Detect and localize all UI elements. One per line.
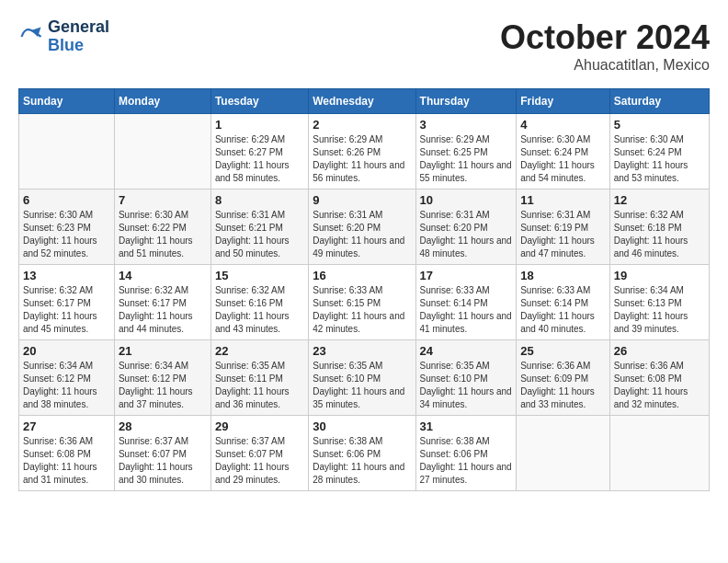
day-cell [114,114,210,190]
day-info: Sunrise: 6:35 AM Sunset: 6:10 PM Dayligh… [420,360,513,411]
day-cell: 27Sunrise: 6:36 AM Sunset: 6:08 PM Dayli… [19,416,115,491]
day-cell: 17Sunrise: 6:33 AM Sunset: 6:14 PM Dayli… [415,265,517,340]
day-cell: 23Sunrise: 6:35 AM Sunset: 6:10 PM Dayli… [309,340,415,416]
day-number: 3 [420,118,513,132]
header-cell-friday: Friday [517,89,610,114]
day-cell [19,114,115,190]
day-info: Sunrise: 6:32 AM Sunset: 6:17 PM Dayligh… [119,284,207,336]
day-cell: 8Sunrise: 6:31 AM Sunset: 6:21 PM Daylig… [210,190,308,265]
week-row-2: 6Sunrise: 6:30 AM Sunset: 6:23 PM Daylig… [19,190,710,265]
day-cell: 20Sunrise: 6:34 AM Sunset: 6:12 PM Dayli… [19,340,115,416]
day-number: 23 [313,344,411,358]
day-cell: 9Sunrise: 6:31 AM Sunset: 6:20 PM Daylig… [309,190,415,265]
day-cell: 3Sunrise: 6:29 AM Sunset: 6:25 PM Daylig… [415,114,517,190]
day-info: Sunrise: 6:33 AM Sunset: 6:14 PM Dayligh… [420,284,513,336]
day-cell: 7Sunrise: 6:30 AM Sunset: 6:22 PM Daylig… [114,190,210,265]
header-cell-thursday: Thursday [415,89,517,114]
header-cell-tuesday: Tuesday [210,89,308,114]
day-cell: 12Sunrise: 6:32 AM Sunset: 6:18 PM Dayli… [609,190,709,265]
day-cell: 15Sunrise: 6:32 AM Sunset: 6:16 PM Dayli… [210,265,308,340]
week-row-1: 1Sunrise: 6:29 AM Sunset: 6:27 PM Daylig… [19,114,710,190]
day-number: 16 [313,269,411,282]
day-info: Sunrise: 6:34 AM Sunset: 6:12 PM Dayligh… [119,360,207,411]
day-number: 31 [420,419,513,433]
day-info: Sunrise: 6:37 AM Sunset: 6:07 PM Dayligh… [215,435,304,487]
title-block: October 2024 Ahuacatitlan, Mexico [500,18,710,74]
day-number: 4 [520,118,606,132]
day-number: 28 [119,419,207,433]
day-info: Sunrise: 6:36 AM Sunset: 6:08 PM Dayligh… [614,360,705,411]
day-cell: 19Sunrise: 6:34 AM Sunset: 6:13 PM Dayli… [609,265,709,340]
day-cell: 4Sunrise: 6:30 AM Sunset: 6:24 PM Daylig… [517,114,610,190]
day-info: Sunrise: 6:30 AM Sunset: 6:24 PM Dayligh… [614,133,705,185]
day-info: Sunrise: 6:38 AM Sunset: 6:06 PM Dayligh… [313,435,411,487]
day-number: 13 [23,269,110,282]
header-cell-monday: Monday [114,89,210,114]
logo-line1: General [48,18,109,37]
day-number: 26 [614,344,705,358]
day-number: 19 [614,269,705,282]
day-number: 7 [119,193,207,207]
logo-line2: Blue [48,37,109,55]
day-cell: 13Sunrise: 6:32 AM Sunset: 6:17 PM Dayli… [19,265,115,340]
day-number: 14 [119,269,207,282]
day-cell: 6Sunrise: 6:30 AM Sunset: 6:23 PM Daylig… [19,190,115,265]
day-cell: 25Sunrise: 6:36 AM Sunset: 6:09 PM Dayli… [517,340,610,416]
day-cell: 26Sunrise: 6:36 AM Sunset: 6:08 PM Dayli… [609,340,709,416]
day-number: 12 [614,193,705,207]
day-info: Sunrise: 6:34 AM Sunset: 6:12 PM Dayligh… [23,360,110,411]
day-number: 29 [215,419,304,433]
logo: General Blue [18,18,109,55]
day-info: Sunrise: 6:36 AM Sunset: 6:09 PM Dayligh… [520,360,606,411]
day-cell: 21Sunrise: 6:34 AM Sunset: 6:12 PM Dayli… [114,340,210,416]
day-cell: 22Sunrise: 6:35 AM Sunset: 6:11 PM Dayli… [210,340,308,416]
page-subtitle: Ahuacatitlan, Mexico [500,57,710,74]
day-info: Sunrise: 6:30 AM Sunset: 6:23 PM Dayligh… [23,209,110,260]
day-info: Sunrise: 6:35 AM Sunset: 6:10 PM Dayligh… [313,360,411,411]
day-number: 9 [313,193,411,207]
day-number: 6 [23,193,110,207]
day-cell: 29Sunrise: 6:37 AM Sunset: 6:07 PM Dayli… [210,416,308,491]
header-cell-sunday: Sunday [19,89,115,114]
day-cell: 24Sunrise: 6:35 AM Sunset: 6:10 PM Dayli… [415,340,517,416]
day-info: Sunrise: 6:32 AM Sunset: 6:17 PM Dayligh… [23,284,110,336]
week-row-4: 20Sunrise: 6:34 AM Sunset: 6:12 PM Dayli… [19,340,710,416]
day-info: Sunrise: 6:29 AM Sunset: 6:25 PM Dayligh… [420,133,513,185]
day-number: 5 [614,118,705,132]
day-number: 15 [215,269,304,282]
page-header: General Blue October 2024 Ahuacatitlan, … [18,18,710,74]
day-info: Sunrise: 6:30 AM Sunset: 6:24 PM Dayligh… [520,133,606,185]
day-info: Sunrise: 6:30 AM Sunset: 6:22 PM Dayligh… [119,209,207,260]
day-number: 8 [215,193,304,207]
day-number: 1 [215,118,304,132]
week-row-5: 27Sunrise: 6:36 AM Sunset: 6:08 PM Dayli… [19,416,710,491]
day-info: Sunrise: 6:32 AM Sunset: 6:16 PM Dayligh… [215,284,304,336]
day-cell: 31Sunrise: 6:38 AM Sunset: 6:06 PM Dayli… [415,416,517,491]
day-cell: 2Sunrise: 6:29 AM Sunset: 6:26 PM Daylig… [309,114,415,190]
day-number: 10 [420,193,513,207]
day-number: 18 [520,269,606,282]
day-number: 2 [313,118,411,132]
day-cell: 5Sunrise: 6:30 AM Sunset: 6:24 PM Daylig… [609,114,709,190]
day-number: 25 [520,344,606,358]
day-number: 11 [520,193,606,207]
day-cell [517,416,610,491]
logo-text: General Blue [48,18,109,55]
header-cell-wednesday: Wednesday [309,89,415,114]
day-number: 24 [420,344,513,358]
day-info: Sunrise: 6:31 AM Sunset: 6:20 PM Dayligh… [313,209,411,260]
calendar-table: SundayMondayTuesdayWednesdayThursdayFrid… [18,88,710,491]
day-info: Sunrise: 6:29 AM Sunset: 6:26 PM Dayligh… [313,133,411,185]
day-number: 21 [119,344,207,358]
day-info: Sunrise: 6:31 AM Sunset: 6:20 PM Dayligh… [420,209,513,260]
day-info: Sunrise: 6:35 AM Sunset: 6:11 PM Dayligh… [215,360,304,411]
day-info: Sunrise: 6:32 AM Sunset: 6:18 PM Dayligh… [614,209,705,260]
day-info: Sunrise: 6:36 AM Sunset: 6:08 PM Dayligh… [23,435,110,487]
day-info: Sunrise: 6:31 AM Sunset: 6:19 PM Dayligh… [520,209,606,260]
day-info: Sunrise: 6:37 AM Sunset: 6:07 PM Dayligh… [119,435,207,487]
header-cell-saturday: Saturday [609,89,709,114]
day-cell: 18Sunrise: 6:33 AM Sunset: 6:14 PM Dayli… [517,265,610,340]
day-cell: 28Sunrise: 6:37 AM Sunset: 6:07 PM Dayli… [114,416,210,491]
day-info: Sunrise: 6:34 AM Sunset: 6:13 PM Dayligh… [614,284,705,336]
day-cell: 30Sunrise: 6:38 AM Sunset: 6:06 PM Dayli… [309,416,415,491]
